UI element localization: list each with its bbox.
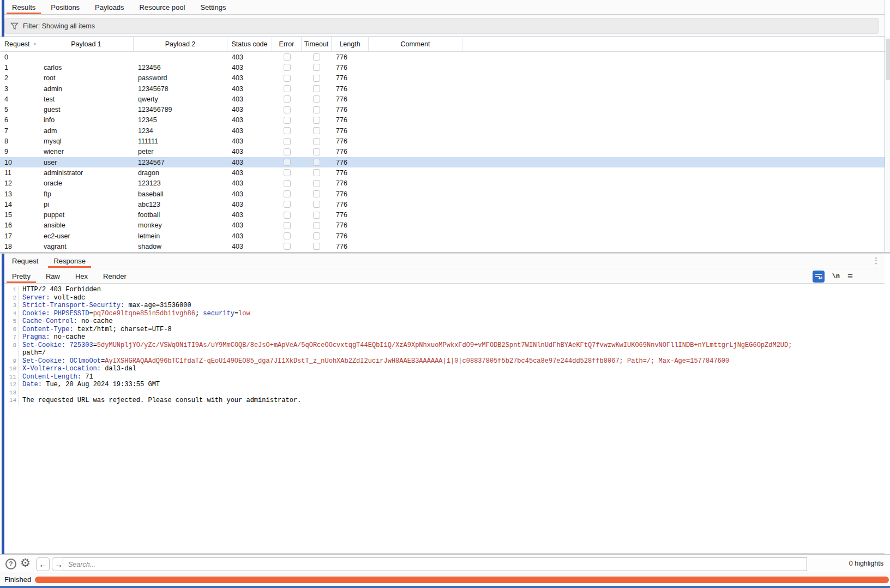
checkbox[interactable]: [284, 75, 291, 82]
checkbox[interactable]: [284, 85, 291, 92]
table-row[interactable]: 4testqwerty403776: [0, 94, 885, 104]
checkbox[interactable]: [284, 232, 291, 239]
table-row[interactable]: 6info12345403776: [0, 115, 885, 125]
checkbox[interactable]: [313, 201, 320, 208]
table-row[interactable]: 2rootpassword403776: [0, 73, 885, 83]
table-row[interactable]: 13ftpbaseball403776: [0, 189, 885, 199]
filter-bar[interactable]: Filter: Showing all items: [4, 18, 879, 34]
checkbox[interactable]: [313, 190, 320, 197]
table-row[interactable]: 16ansiblemonkey403776: [0, 220, 885, 231]
table-row[interactable]: 14piabc123403776: [0, 199, 885, 209]
checkbox[interactable]: [284, 95, 291, 103]
more-options-icon[interactable]: ⋮: [872, 256, 880, 265]
payload1-cell: mysql: [39, 136, 134, 146]
checkbox[interactable]: [313, 138, 320, 145]
search-input[interactable]: [63, 557, 807, 571]
checkbox[interactable]: [313, 53, 320, 61]
scrollbar-thumb[interactable]: [886, 39, 890, 80]
table-row[interactable]: 7adm1234403776: [0, 125, 885, 136]
checkbox[interactable]: [313, 106, 320, 113]
column-header-error[interactable]: Error: [272, 37, 302, 51]
checkbox[interactable]: [313, 222, 320, 229]
table-row[interactable]: 9wienerpeter403776: [0, 147, 885, 157]
checkbox[interactable]: [284, 180, 291, 187]
checkbox[interactable]: [284, 127, 291, 134]
message-tab-response[interactable]: Response: [46, 254, 93, 268]
tab-resource-pool[interactable]: Resource pool: [132, 0, 193, 14]
table-row[interactable]: 11administratordragon403776: [0, 167, 885, 178]
gear-icon[interactable]: ⚙: [20, 556, 31, 569]
checkbox[interactable]: [313, 64, 320, 71]
error-cell: [272, 209, 302, 220]
checkbox[interactable]: [284, 222, 291, 229]
checkbox[interactable]: [284, 169, 291, 176]
tab-settings[interactable]: Settings: [193, 0, 233, 14]
comment-cell: [369, 167, 462, 178]
payload1-cell: [39, 52, 134, 62]
table-row[interactable]: 18vagrantshadow403776: [0, 241, 885, 251]
checkbox[interactable]: [284, 243, 291, 250]
column-header-timeout[interactable]: Timeout: [302, 37, 332, 51]
length-cell: 776: [332, 125, 369, 136]
request-cell: 8: [0, 136, 39, 146]
checkbox[interactable]: [284, 148, 291, 155]
checkbox[interactable]: [313, 232, 320, 239]
results-table-body: 04037761carlos1234564037762rootpassword4…: [0, 52, 885, 252]
column-header-comment[interactable]: Comment: [369, 37, 462, 51]
checkbox[interactable]: [284, 106, 291, 113]
checkbox[interactable]: [313, 212, 320, 219]
table-row[interactable]: 1carlos123456403776: [0, 62, 885, 73]
column-header-payload-2[interactable]: Payload 2: [134, 37, 227, 51]
payload1-cell: adm: [39, 125, 134, 136]
word-wrap-toggle-icon[interactable]: [813, 271, 825, 283]
timeout-cell: [302, 241, 332, 251]
table-row[interactable]: 5guest123456789403776: [0, 104, 885, 115]
table-row[interactable]: 15puppetfootball403776: [0, 209, 885, 220]
view-tab-raw[interactable]: Raw: [38, 269, 68, 283]
checkbox[interactable]: [284, 64, 291, 71]
checkbox[interactable]: [284, 138, 291, 145]
checkbox[interactable]: [284, 53, 291, 61]
view-tab-pretty[interactable]: Pretty: [4, 269, 38, 283]
request-cell: 15: [0, 209, 39, 220]
table-row[interactable]: 12oracle123123403776: [0, 178, 885, 189]
checkbox[interactable]: [284, 190, 291, 197]
column-header-request[interactable]: Request∧: [0, 37, 39, 51]
view-tab-render[interactable]: Render: [95, 269, 134, 283]
column-header-length[interactable]: Length: [332, 37, 369, 51]
checkbox[interactable]: [284, 212, 291, 219]
table-scrollbar[interactable]: [885, 37, 890, 252]
table-row[interactable]: 3admin12345678403776: [0, 83, 885, 94]
tab-positions[interactable]: Positions: [43, 0, 87, 14]
checkbox[interactable]: [284, 201, 291, 208]
checkbox[interactable]: [313, 117, 320, 124]
table-row[interactable]: 0403776: [0, 52, 885, 62]
table-row[interactable]: 17ec2-userletmein403776: [0, 231, 885, 241]
checkbox[interactable]: [284, 159, 291, 166]
help-icon[interactable]: ?: [5, 559, 16, 569]
column-header-payload-1[interactable]: Payload 1: [39, 37, 134, 51]
checkbox[interactable]: [284, 117, 291, 124]
checkbox[interactable]: [313, 127, 320, 134]
checkbox[interactable]: [313, 75, 320, 82]
checkbox[interactable]: [313, 169, 320, 176]
view-tab-hex[interactable]: Hex: [68, 269, 95, 283]
table-row[interactable]: 10user1234567403776: [0, 157, 885, 167]
message-tab-request[interactable]: Request: [4, 254, 46, 268]
checkbox[interactable]: [313, 243, 320, 250]
column-header-status-code[interactable]: Status code: [227, 37, 272, 51]
checkbox[interactable]: [313, 148, 320, 155]
tab-results[interactable]: Results: [4, 0, 43, 14]
table-row[interactable]: 8mysql111111403776: [0, 136, 885, 146]
show-newlines-toggle[interactable]: \n: [832, 273, 840, 280]
response-editor[interactable]: 1HTTP/2 403 Forbidden2Server: volt-adc3S…: [4, 284, 885, 554]
error-cell: [272, 136, 302, 146]
tab-payloads[interactable]: Payloads: [87, 0, 131, 14]
checkbox[interactable]: [313, 85, 320, 92]
previous-match-button[interactable]: ←: [36, 557, 50, 571]
checkbox[interactable]: [313, 95, 320, 103]
status-cell: 403: [227, 73, 272, 83]
editor-menu-icon[interactable]: ≡: [847, 271, 853, 282]
checkbox[interactable]: [313, 180, 320, 187]
checkbox[interactable]: [313, 159, 320, 166]
